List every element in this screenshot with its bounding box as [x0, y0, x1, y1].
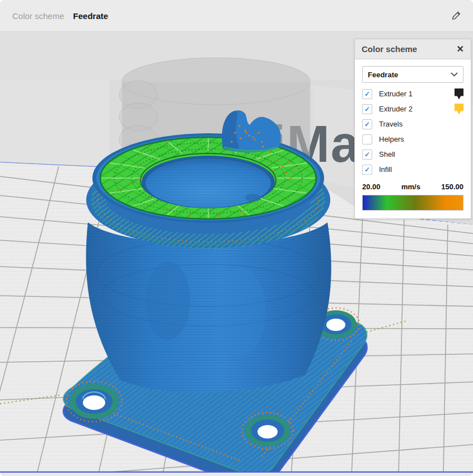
- color-scheme-value: Feedrate: [73, 11, 109, 21]
- color-scheme-panel: Color scheme ✕ Feedrate ✓ Extruder 1 ✓ E…: [354, 39, 471, 219]
- bolt-hole-left: [69, 384, 119, 419]
- chevron-down-icon: [451, 72, 458, 77]
- 3d-viewport[interactable]: tiMa: [0, 32, 473, 476]
- travels-checkbox[interactable]: ✓: [362, 119, 372, 129]
- feedrate-scale: 20.00 mm/s 150.00: [362, 183, 463, 191]
- extruder-1-color-swatch: [455, 88, 463, 100]
- layer-label: Extruder 1: [379, 90, 413, 98]
- scheme-dropdown[interactable]: Feedrate: [362, 66, 463, 83]
- panel-body: Feedrate ✓ Extruder 1 ✓ Extruder 2 ✓ Tra…: [355, 59, 471, 218]
- extruder-1-checkbox[interactable]: ✓: [362, 89, 372, 99]
- scale-unit: mm/s: [401, 183, 420, 191]
- scale-max: 150.00: [441, 183, 463, 191]
- layer-label: Shell: [379, 150, 395, 158]
- shell-checkbox[interactable]: ✓: [362, 150, 372, 160]
- scale-min: 20.00: [362, 183, 381, 191]
- bolt-hole-front: [245, 415, 290, 446]
- panel-title: Color scheme: [362, 44, 417, 54]
- scheme-dropdown-value: Feedrate: [368, 71, 398, 79]
- layer-row-extruder-2: ✓ Extruder 2: [362, 101, 463, 116]
- layer-row-travels: ✓ Travels: [362, 116, 463, 132]
- preview-top-bar: Color scheme Feedrate: [0, 0, 473, 32]
- cura-preview-window: Color scheme Feedrate: [0, 0, 473, 476]
- layer-label: Extruder 2: [379, 105, 413, 113]
- speed-gradient: [362, 195, 463, 211]
- layer-row-extruder-1: ✓ Extruder 1: [362, 86, 463, 101]
- layer-row-helpers: ✓ Helpers: [362, 132, 463, 147]
- extruder-2-color-swatch: [455, 104, 463, 115]
- infill-checkbox[interactable]: ✓: [362, 165, 372, 175]
- layer-row-infill: ✓ Infill: [362, 162, 463, 177]
- below-plate-strip: [0, 473, 473, 476]
- helpers-checkbox[interactable]: ✓: [362, 134, 372, 144]
- edit-pencil-icon[interactable]: [452, 11, 461, 20]
- layer-label: Helpers: [379, 135, 404, 143]
- close-icon[interactable]: ✕: [457, 45, 464, 54]
- extruder-2-checkbox[interactable]: ✓: [362, 104, 372, 114]
- layer-label: Travels: [379, 120, 402, 128]
- layer-label: Infill: [379, 165, 392, 174]
- color-scheme-label: Color scheme: [12, 11, 64, 21]
- panel-header: Color scheme ✕: [355, 39, 471, 59]
- layer-row-shell: ✓ Shell: [362, 147, 463, 162]
